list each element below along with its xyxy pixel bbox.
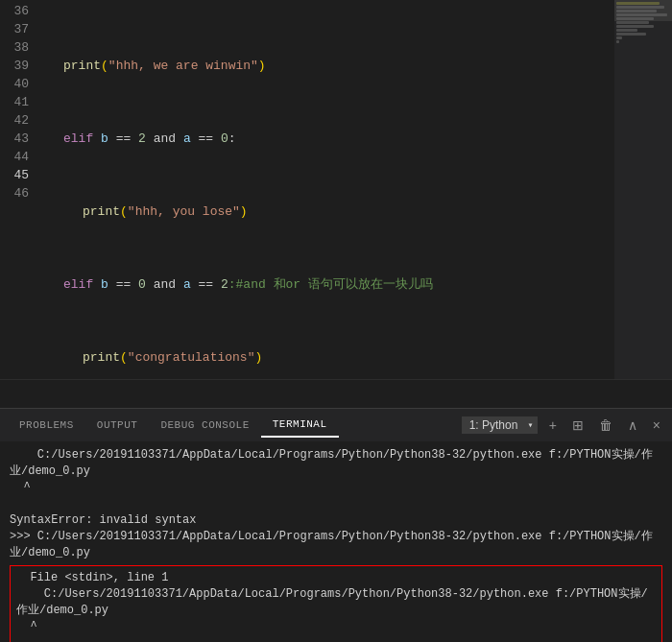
terminal-line-4: SyntaxError: invalid syntax — [10, 512, 662, 529]
error-line-2: C:/Users/20191103371/AppData/Local/Progr… — [16, 586, 656, 619]
delete-terminal-button[interactable]: 🗑 — [595, 416, 616, 435]
minimap — [614, 0, 672, 379]
close-panel-button[interactable]: × — [649, 416, 664, 435]
code-line-38: print("hhh, you lose") — [44, 202, 614, 221]
error-line-4 — [16, 635, 656, 642]
tab-debug-console[interactable]: DEBUG CONSOLE — [149, 414, 260, 437]
split-terminal-button[interactable]: ⊞ — [568, 416, 588, 435]
maximize-panel-button[interactable]: ∧ — [624, 416, 641, 435]
code-line-40: print("congratulations") — [44, 348, 614, 367]
terminal-line-1: C:/Users/20191103371/AppData/Local/Progr… — [10, 447, 662, 480]
code-content[interactable]: print("hhh, we are winwin") elif b == 2 … — [40, 0, 614, 379]
code-line-37: elif b == 2 and a == 0: — [44, 130, 614, 148]
code-line-36: print("hhh, we are winwin") — [44, 57, 614, 75]
new-terminal-button[interactable]: + — [545, 416, 561, 435]
terminal-line-3 — [10, 496, 662, 512]
python-select[interactable]: 1: Python — [462, 416, 538, 434]
editor-area: 36 37 38 39 40 41 42 43 44 45 46 print("… — [0, 0, 672, 379]
terminal-area[interactable]: C:/Users/20191103371/AppData/Local/Progr… — [0, 441, 672, 642]
tab-output[interactable]: OUTPUT — [85, 414, 150, 437]
panel-tab-right: 1: Python ▾ + ⊞ 🗑 ∧ × — [462, 416, 664, 435]
terminal-line-5: >>> C:/Users/20191103371/AppData/Local/P… — [10, 529, 662, 561]
code-line-39: elif b == 0 and a == 2:#and 和or 语句可以放在一块… — [44, 275, 614, 294]
terminal-line-2: ^ — [10, 480, 662, 496]
error-line-3: ^ — [16, 619, 656, 635]
panel-tabs: PROBLEMS OUTPUT DEBUG CONSOLE TERMINAL 1… — [0, 408, 672, 441]
tab-terminal[interactable]: TERMINAL — [261, 413, 339, 438]
editor-empty — [0, 379, 672, 408]
error-line-1: File <stdin>, line 1 — [16, 570, 656, 586]
tab-problems[interactable]: PROBLEMS — [8, 414, 85, 437]
line-numbers: 36 37 38 39 40 41 42 43 44 45 46 — [0, 0, 40, 379]
python-dropdown-wrapper[interactable]: 1: Python ▾ — [462, 416, 538, 434]
error-box: File <stdin>, line 1 C:/Users/2019110337… — [10, 565, 662, 642]
